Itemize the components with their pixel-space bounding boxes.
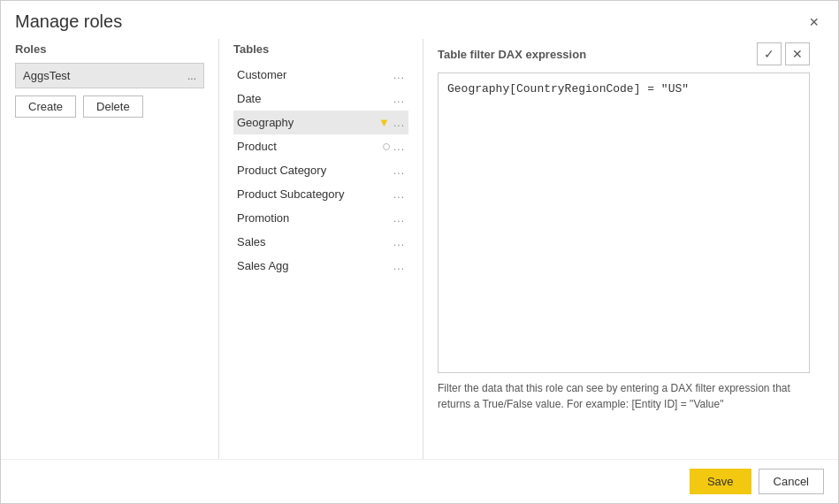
role-name: AggsTest: [23, 69, 70, 82]
dax-hint: Filter the data that this role can see b…: [438, 380, 810, 412]
table-name: Sales: [237, 235, 393, 248]
table-icons: ...: [393, 260, 405, 272]
role-item[interactable]: AggsTest...: [15, 63, 204, 88]
tables-list: Customer...Date...Geography▼...Product..…: [233, 63, 408, 278]
table-item[interactable]: Sales...: [233, 230, 408, 254]
roles-list: AggsTest...: [15, 63, 204, 92]
table-ellipsis[interactable]: ...: [393, 117, 405, 129]
roles-column: Roles AggsTest... Create Delete: [15, 39, 218, 459]
dialog-title: Manage roles: [15, 11, 122, 32]
dax-confirm-button[interactable]: ✓: [757, 42, 782, 65]
save-button[interactable]: Save: [690, 469, 751, 494]
role-ellipsis[interactable]: ...: [187, 70, 196, 82]
tables-column: Tables Customer...Date...Geography▼...Pr…: [219, 39, 423, 459]
table-icons: ...: [393, 212, 405, 225]
table-ellipsis[interactable]: ...: [393, 164, 405, 177]
table-item[interactable]: Product Category...: [233, 158, 408, 182]
table-name: Promotion: [237, 211, 393, 225]
manage-roles-dialog: Manage roles × Roles AggsTest... Create …: [0, 0, 839, 504]
table-ellipsis[interactable]: ...: [393, 141, 405, 153]
table-item[interactable]: Date...: [233, 87, 408, 111]
table-icons: ...: [393, 69, 405, 81]
dax-title: Table filter DAX expression: [438, 48, 586, 61]
table-ellipsis[interactable]: ...: [393, 69, 405, 81]
table-item[interactable]: Product...: [233, 134, 408, 158]
table-icons: ...: [393, 93, 405, 105]
table-name: Geography: [237, 116, 378, 129]
dax-header: Table filter DAX expression ✓ ✕: [438, 42, 810, 65]
table-item[interactable]: Promotion...: [233, 206, 408, 230]
table-ellipsis[interactable]: ...: [393, 260, 405, 272]
cancel-button[interactable]: Cancel: [759, 469, 824, 494]
dax-expression-input[interactable]: [438, 73, 810, 373]
title-bar: Manage roles ×: [1, 1, 838, 39]
table-name: Product Category: [237, 164, 393, 177]
tables-header: Tables: [233, 42, 408, 56]
roles-header: Roles: [15, 42, 204, 56]
dialog-footer: Save Cancel: [1, 459, 838, 503]
table-ellipsis[interactable]: ...: [393, 236, 405, 248]
table-item[interactable]: Product Subcategory...: [233, 182, 408, 206]
table-ellipsis[interactable]: ...: [393, 93, 405, 105]
table-icons: ...: [393, 188, 405, 201]
table-ellipsis[interactable]: ...: [393, 212, 405, 225]
dax-action-buttons: ✓ ✕: [757, 42, 810, 65]
role-actions: Create Delete: [15, 95, 204, 118]
close-button[interactable]: ×: [804, 12, 824, 32]
table-ellipsis[interactable]: ...: [393, 188, 405, 201]
table-name: Customer: [237, 68, 393, 81]
table-name: Product Subcategory: [237, 187, 393, 201]
table-name: Product: [237, 140, 383, 153]
table-item[interactable]: Customer...: [233, 63, 408, 87]
table-name: Date: [237, 92, 393, 105]
filter-icon: ▼: [378, 116, 390, 129]
table-icons: ...: [393, 164, 405, 177]
delete-button[interactable]: Delete: [83, 95, 143, 118]
table-name: Sales Agg: [237, 259, 393, 272]
dialog-body: Roles AggsTest... Create Delete Tables C…: [1, 39, 838, 459]
table-item[interactable]: Sales Agg...: [233, 254, 408, 278]
dax-column: Table filter DAX expression ✓ ✕ Filter t…: [423, 39, 824, 459]
table-item[interactable]: Geography▼...: [233, 111, 408, 134]
table-icons: ...: [383, 141, 405, 153]
create-button[interactable]: Create: [15, 95, 76, 118]
dax-cancel-button[interactable]: ✕: [785, 42, 810, 65]
table-icons: ...: [393, 236, 405, 248]
table-icons: ▼...: [378, 116, 405, 129]
dot-icon: [383, 143, 390, 150]
